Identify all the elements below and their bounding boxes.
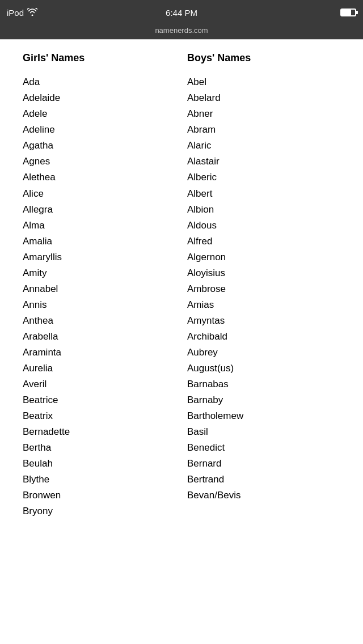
list-item: Amias (187, 297, 340, 313)
list-item: Bronwen (23, 488, 176, 503)
list-item: Averil (23, 376, 176, 392)
list-item: Alastair (187, 154, 340, 170)
list-item: Aubrey (187, 345, 340, 361)
list-item: Bartholemew (187, 408, 340, 424)
device-label: iPod (7, 8, 24, 18)
list-item: Aurelia (23, 361, 176, 376)
list-item: Ada (23, 74, 176, 90)
battery-icon (340, 9, 356, 16)
list-item: Arabella (23, 329, 176, 345)
list-item: Adeline (23, 122, 176, 138)
status-bar: iPod 6:44 PM (0, 0, 363, 25)
list-item: Beulah (23, 456, 176, 472)
list-item: Barnaby (187, 392, 340, 408)
list-item: Bryony (23, 503, 176, 519)
boys-header: Boys' Names (187, 51, 340, 65)
list-item: Agatha (23, 138, 176, 154)
list-item: Amyntas (187, 313, 340, 329)
boys-names-list: AbelAbelardAbnerAbramAlaricAlastairAlber… (187, 74, 340, 503)
list-item: Albert (187, 186, 340, 202)
list-item: Beatrice (23, 392, 176, 408)
list-item: Alma (23, 218, 176, 234)
list-item: Annabel (23, 281, 176, 297)
list-item: Amity (23, 265, 176, 281)
list-item: Albion (187, 202, 340, 218)
list-item: Bertrand (187, 472, 340, 488)
list-item: Beatrix (23, 408, 176, 424)
list-item: August(us) (187, 361, 340, 376)
list-item: Benedict (187, 440, 340, 456)
list-item: Bevan/Bevis (187, 488, 340, 503)
list-item: Aloyisius (187, 265, 340, 281)
list-item: Allegra (23, 202, 176, 218)
main-content: Girls' Names AdaAdelaideAdeleAdelineAgat… (0, 40, 363, 531)
list-item: Barnabas (187, 376, 340, 392)
list-item: Abelard (187, 90, 340, 106)
boys-column: Boys' Names AbelAbelardAbnerAbramAlaricA… (182, 51, 340, 520)
list-item: Abner (187, 106, 340, 122)
wifi-icon (27, 8, 37, 18)
list-item: Alice (23, 186, 176, 202)
girls-header: Girls' Names (23, 51, 176, 65)
list-item: Bertha (23, 440, 176, 456)
list-item: Anthea (23, 313, 176, 329)
list-item: Amaryllis (23, 249, 176, 265)
list-item: Blythe (23, 472, 176, 488)
list-item: Aldous (187, 218, 340, 234)
list-item: Abel (187, 74, 340, 90)
list-item: Adelaide (23, 90, 176, 106)
list-item: Ambrose (187, 281, 340, 297)
list-item: Algernon (187, 249, 340, 265)
status-left: iPod (7, 8, 52, 18)
girls-column: Girls' Names AdaAdelaideAdeleAdelineAgat… (23, 51, 182, 520)
list-item: Basil (187, 424, 340, 440)
list-item: Alaric (187, 138, 340, 154)
list-item: Alethea (23, 170, 176, 185)
girls-names-list: AdaAdelaideAdeleAdelineAgathaAgnesAlethe… (23, 74, 176, 519)
list-item: Agnes (23, 154, 176, 170)
list-item: Bernadette (23, 424, 176, 440)
list-item: Araminta (23, 345, 176, 361)
battery-area (311, 9, 356, 16)
names-grid: Girls' Names AdaAdelaideAdeleAdelineAgat… (23, 51, 340, 520)
list-item: Archibald (187, 329, 340, 345)
list-item: Alfred (187, 234, 340, 249)
list-item: Adele (23, 106, 176, 122)
url-text: namenerds.com (155, 26, 208, 35)
time-display: 6:44 PM (52, 8, 311, 18)
list-item: Abram (187, 122, 340, 138)
list-item: Alberic (187, 170, 340, 185)
url-bar: namenerds.com (0, 25, 363, 39)
list-item: Bernard (187, 456, 340, 472)
list-item: Amalia (23, 234, 176, 249)
list-item: Annis (23, 297, 176, 313)
